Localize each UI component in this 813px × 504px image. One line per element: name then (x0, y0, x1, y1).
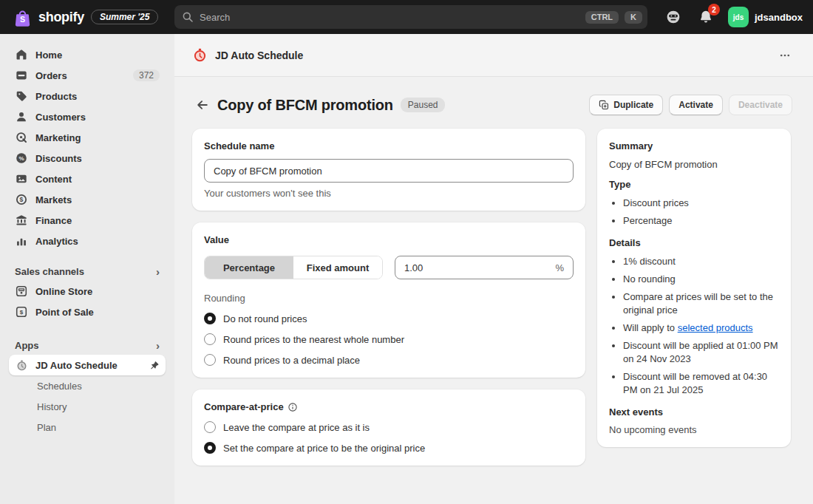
summary-type-list: Discount prices Percentage (609, 197, 779, 228)
user-menu[interactable]: jds jdsandbox (728, 7, 803, 27)
globe-icon: $ (15, 193, 28, 206)
sidebar-item-content[interactable]: Content (9, 168, 166, 189)
sidebar-item-plan[interactable]: Plan (9, 417, 166, 437)
sidekick-icon (665, 9, 681, 25)
back-button[interactable] (192, 95, 213, 115)
svg-text:S: S (20, 15, 25, 24)
brand-wordmark: shopify (38, 10, 84, 25)
shopify-bag-icon: S (13, 8, 32, 27)
main-content: JD Auto Schedule Copy of BFCM promotion … (174, 34, 813, 504)
kbd-k: K (625, 11, 642, 24)
radio-unselected-icon[interactable] (204, 333, 216, 345)
deactivate-button[interactable]: Deactivate (729, 95, 792, 115)
segment-percentage[interactable]: Percentage (205, 256, 293, 279)
card-title: Value (204, 234, 574, 245)
summary-detail-item: Discount will be removed at 04:30 PM on … (623, 370, 779, 397)
sidebar-item-online-store[interactable]: Online Store (9, 281, 166, 302)
discount-value-field: % (395, 256, 574, 279)
schedule-name-input[interactable] (204, 159, 574, 183)
more-menu-button[interactable] (775, 45, 795, 66)
orders-count-badge: 372 (133, 69, 160, 81)
sidebar-item-label: Schedules (37, 381, 82, 392)
sidebar-item-history[interactable]: History (9, 396, 166, 417)
card-title: Compare-at-price (204, 401, 284, 412)
info-icon[interactable] (288, 402, 298, 412)
radio-label: Set the compare at price to be the origi… (223, 443, 425, 454)
segment-fixed-amount[interactable]: Fixed amount (293, 256, 382, 279)
bar-chart-icon (15, 234, 28, 248)
sidebar-item-jd-auto-schedule[interactable]: JD Auto Schedule (9, 355, 166, 375)
helper-text: Your customers won't see this (204, 188, 574, 199)
summary-type-item: Discount prices (623, 197, 779, 210)
search-bar[interactable]: CTRL K (174, 5, 647, 29)
sidebar-item-label: Plan (37, 422, 56, 433)
sidebar-item-point-of-sale[interactable]: $ Point of Sale (9, 302, 166, 322)
sidebar-section-sales-channels[interactable]: Sales channels › (9, 262, 166, 281)
radio-option-leave-compare[interactable]: Leave the compare at price as it is (204, 421, 574, 433)
duplicate-icon (599, 100, 609, 110)
section-label: Sales channels (15, 266, 84, 277)
schedule-name-card: Schedule name Your customers won't see t… (192, 129, 585, 211)
orders-icon (15, 69, 28, 82)
sidebar-item-label: Orders (35, 70, 67, 81)
radio-option-round-decimal[interactable]: Round prices to a decimal place (204, 354, 574, 366)
summary-schedule-name: Copy of BFCM promotion (609, 159, 779, 170)
compare-at-price-card: Compare-at-price Leave the compare at pr… (192, 389, 585, 466)
sidebar-item-finance[interactable]: Finance (9, 210, 166, 231)
marketing-icon (15, 131, 28, 144)
sidebar-item-discounts[interactable]: % Discounts (9, 148, 166, 168)
page-title: Copy of BFCM promotion (217, 97, 393, 114)
sidebar-section-apps[interactable]: Apps › (9, 336, 166, 355)
svg-text:$: $ (20, 196, 24, 203)
discount-icon: % (15, 151, 28, 165)
sidebar-item-orders[interactable]: Orders 372 (9, 65, 166, 86)
card-title: Schedule name (204, 140, 574, 151)
pin-icon[interactable] (149, 360, 160, 371)
activate-button[interactable]: Activate (669, 95, 723, 115)
sidebar-item-markets[interactable]: $ Markets (9, 189, 166, 210)
sidebar-item-label: Discounts (35, 153, 82, 164)
sidekick-button[interactable] (663, 7, 684, 27)
status-badge: Paused (401, 98, 446, 112)
summary-type-item: Percentage (623, 214, 779, 228)
summary-detail-item: 1% discount (623, 255, 779, 268)
page-body: Copy of BFCM promotion Paused Duplicate … (174, 77, 813, 466)
user-name: jdsandbox (755, 12, 803, 23)
value-row: Percentage Fixed amount % (204, 256, 574, 279)
tag-icon (15, 89, 28, 103)
edition-badge[interactable]: Summer '25 (91, 10, 159, 24)
sidebar-item-customers[interactable]: Customers (9, 106, 166, 127)
next-events-value: No upcoming events (609, 424, 779, 435)
summary-details-list: 1% discount No rounding Compare at price… (609, 255, 779, 397)
radio-selected-icon[interactable] (204, 442, 216, 454)
radio-option-round-whole[interactable]: Round prices to the nearest whole number (204, 333, 574, 345)
duplicate-button[interactable]: Duplicate (589, 95, 663, 115)
svg-text:$: $ (20, 309, 24, 316)
chevron-right-icon: › (156, 340, 160, 351)
summary-title: Summary (609, 140, 779, 151)
sidebar-item-label: Marketing (35, 132, 81, 143)
page-actions: Duplicate Activate Deactivate (589, 95, 792, 115)
search-input[interactable] (200, 12, 579, 23)
radio-selected-icon[interactable] (204, 313, 216, 324)
page-title-row: Copy of BFCM promotion Paused Duplicate … (192, 95, 792, 115)
shopify-logo[interactable]: S shopify Summer '25 (13, 8, 174, 27)
svg-text:%: % (18, 155, 24, 162)
radio-option-set-compare[interactable]: Set the compare at price to be the origi… (204, 442, 574, 454)
sidebar-item-products[interactable]: Products (9, 86, 166, 106)
sidebar-item-analytics[interactable]: Analytics (9, 231, 166, 251)
radio-unselected-icon[interactable] (204, 354, 216, 366)
sidebar-item-home[interactable]: Home (9, 44, 166, 65)
back-arrow-icon (196, 98, 209, 112)
left-column: Schedule name Your customers won't see t… (192, 129, 585, 466)
notifications-button[interactable]: 2 (695, 7, 716, 27)
discount-value-input[interactable] (404, 262, 555, 273)
sidebar-item-schedules[interactable]: Schedules (9, 375, 166, 396)
radio-unselected-icon[interactable] (204, 421, 216, 433)
sidebar-item-label: Content (35, 174, 72, 185)
radio-option-no-rounding[interactable]: Do not round prices (204, 313, 574, 324)
sidebar-item-label: Point of Sale (35, 307, 94, 318)
storefront-icon (15, 285, 28, 298)
sidebar-item-marketing[interactable]: Marketing (9, 127, 166, 148)
selected-products-link[interactable]: selected products (678, 322, 753, 333)
